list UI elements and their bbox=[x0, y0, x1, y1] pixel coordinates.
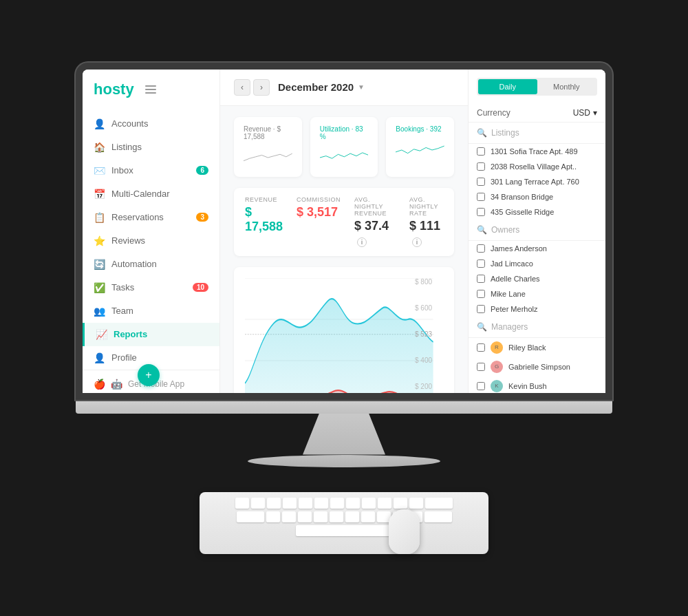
sidebar-label-multi-calendar: Multi-Calendar bbox=[111, 189, 170, 199]
listing-item-4[interactable]: 34 Branson Bridge bbox=[469, 189, 605, 204]
prev-month-button[interactable]: ‹ bbox=[234, 79, 250, 96]
reviews-icon: ⭐ bbox=[94, 235, 105, 246]
tasks-badge: 10 bbox=[193, 283, 208, 292]
bookings-mini-chart bbox=[396, 137, 444, 161]
monitor-stand-base bbox=[248, 455, 440, 467]
sidebar-item-automation[interactable]: 🔄 Automation bbox=[83, 253, 219, 276]
currency-selector[interactable]: USD ▾ bbox=[573, 108, 597, 118]
key bbox=[298, 511, 312, 522]
owner-item-5[interactable]: Peter Merholz bbox=[469, 301, 605, 317]
avg-nightly-revenue-info[interactable]: i bbox=[357, 237, 367, 247]
sidebar-item-reports[interactable]: 📈 Reports bbox=[83, 323, 219, 346]
stat-card-utilization: Utilization · 83 % bbox=[310, 117, 378, 177]
main-chart: $ 800 $ 600 $ 523 $ 400 $ 200 $ 104 0 bbox=[234, 267, 454, 393]
owners-label: Owners bbox=[491, 225, 519, 235]
sidebar-label-accounts: Accounts bbox=[111, 118, 148, 129]
owner-item-4[interactable]: Mike Lane bbox=[469, 286, 605, 301]
key bbox=[266, 511, 280, 522]
android-icon: 🤖 bbox=[111, 379, 122, 390]
manager-avatar-4: M bbox=[491, 399, 503, 400]
reservations-badge: 3 bbox=[196, 213, 208, 222]
sidebar-item-reviews[interactable]: ⭐ Reviews bbox=[83, 229, 219, 253]
spacebar-key bbox=[296, 525, 392, 536]
manager-item-1[interactable]: R Riley Black bbox=[469, 338, 605, 357]
toggle-daily[interactable]: Daily bbox=[478, 79, 537, 94]
key bbox=[251, 498, 265, 509]
sidebar-label-reviews: Reviews bbox=[111, 235, 145, 246]
monitor-stand-neck bbox=[303, 414, 385, 455]
currency-row: Currency USD ▾ bbox=[469, 104, 605, 123]
next-month-button[interactable]: › bbox=[253, 79, 270, 96]
metric-revenue: REVENUE $ 17,588 bbox=[245, 196, 283, 248]
date-nav-arrows: ‹ › bbox=[234, 79, 270, 96]
sidebar-item-multi-calendar[interactable]: 📅 Multi-Calendar bbox=[83, 182, 219, 206]
search-icon: 🔍 bbox=[477, 128, 487, 138]
automation-icon: 🔄 bbox=[94, 259, 105, 270]
currency-label: Currency bbox=[477, 108, 510, 118]
managers-list: R Riley Black G Gabrielle Simpson K Kevi… bbox=[469, 338, 605, 400]
toggle-monthly[interactable]: Monthly bbox=[537, 79, 596, 94]
metric-avg-nightly-revenue: AVG. NIGHTLY REVENUE $ 37.4 i bbox=[354, 196, 396, 248]
listing-item-3[interactable]: 301 Lang Terrace Apt. 760 bbox=[469, 174, 605, 189]
sidebar-label-team: Team bbox=[111, 306, 133, 316]
bookings-stat-label: Bookings · 392 bbox=[396, 125, 441, 133]
key bbox=[361, 511, 375, 522]
key bbox=[425, 498, 453, 509]
sidebar-item-listings[interactable]: 🏠 Listings bbox=[83, 136, 219, 159]
managers-search: 🔍 Managers bbox=[469, 317, 605, 338]
sidebar-item-accounts[interactable]: 👤 Accounts bbox=[83, 112, 219, 136]
stats-row: Revenue · $ 17,588 bbox=[234, 117, 454, 177]
listings-search[interactable]: 🔍 Listings bbox=[469, 123, 605, 144]
key bbox=[283, 498, 297, 509]
key bbox=[377, 511, 391, 522]
sidebar-logo: hosty bbox=[83, 81, 219, 112]
owner-item-3[interactable]: Adelle Charles bbox=[469, 271, 605, 286]
toggle-group: Daily Monthly bbox=[477, 78, 597, 96]
key bbox=[394, 498, 407, 509]
key bbox=[314, 511, 327, 522]
menu-toggle[interactable] bbox=[145, 85, 156, 94]
key bbox=[282, 511, 296, 522]
metric-commission: COMMISSION $ 3,517 bbox=[297, 196, 341, 248]
sidebar-label-reports: Reports bbox=[114, 329, 147, 339]
metric-avg-nightly-rate: AVG. NIGHTLY RATE $ 111 i bbox=[409, 196, 443, 248]
sidebar-item-inbox[interactable]: ✉️ Inbox 6 bbox=[83, 159, 219, 182]
owner-item-2[interactable]: Jad Limcaco bbox=[469, 256, 605, 271]
key bbox=[345, 511, 359, 522]
manager-avatar-3: K bbox=[491, 380, 503, 392]
content-area: Revenue · $ 17,588 bbox=[220, 106, 468, 393]
sidebar: hosty 👤 Accounts 🏠 Listings ✉️ Inbox 6 bbox=[83, 70, 220, 393]
monitor-bezel bbox=[76, 400, 612, 414]
mouse bbox=[389, 509, 420, 554]
stat-card-bookings: Bookings · 392 bbox=[386, 117, 454, 177]
managers-label: Managers bbox=[491, 322, 528, 332]
managers-search-icon: 🔍 bbox=[477, 322, 487, 332]
inbox-badge: 6 bbox=[196, 166, 208, 175]
date-selector[interactable]: December 2020 ▼ bbox=[278, 81, 365, 93]
key bbox=[330, 511, 343, 522]
sidebar-item-team[interactable]: 👥 Team bbox=[83, 299, 219, 323]
owner-item-1[interactable]: James Anderson bbox=[469, 241, 605, 256]
manager-item-4[interactable]: M Morgan Faber bbox=[469, 396, 605, 400]
y-axis-labels: $ 800 $ 600 $ 523 $ 400 $ 200 $ 104 0 bbox=[412, 278, 443, 393]
stat-card-revenue: Revenue · $ 17,588 bbox=[234, 117, 302, 177]
avg-nightly-rate-info[interactable]: i bbox=[412, 237, 422, 247]
sidebar-item-tasks[interactable]: ✅ Tasks 10 bbox=[83, 276, 219, 299]
right-panel: Daily Monthly Currency USD ▾ 🔍 Listings bbox=[468, 70, 605, 393]
listings-icon: 🏠 bbox=[94, 142, 105, 153]
chevron-down-icon: ▼ bbox=[358, 83, 365, 91]
key bbox=[330, 498, 344, 509]
listing-item-5[interactable]: 435 Gisselle Ridge bbox=[469, 204, 605, 220]
listings-list: 1301 Sofia Trace Apt. 489 2038 Rosella V… bbox=[469, 144, 605, 220]
sidebar-label-tasks: Tasks bbox=[111, 282, 134, 293]
key bbox=[378, 498, 391, 509]
keyboard bbox=[200, 492, 488, 554]
listing-item-2[interactable]: 2038 Rosella Village Apt.. bbox=[469, 159, 605, 174]
manager-item-2[interactable]: G Gabrielle Simpson bbox=[469, 357, 605, 376]
chart-area: $ 800 $ 600 $ 523 $ 400 $ 200 $ 104 0 bbox=[245, 278, 443, 393]
floating-action-button[interactable]: + bbox=[138, 364, 160, 386]
listing-item-1[interactable]: 1301 Sofia Trace Apt. 489 bbox=[469, 144, 605, 159]
manager-item-3[interactable]: K Kevin Bush bbox=[469, 376, 605, 396]
sidebar-item-reservations[interactable]: 📋 Reservations 3 bbox=[83, 206, 219, 229]
utilization-mini-chart bbox=[320, 145, 369, 169]
